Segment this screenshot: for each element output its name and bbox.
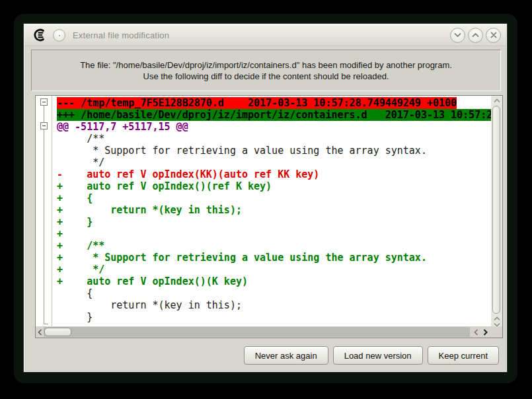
diff-line: */ — [57, 157, 491, 168]
load-new-version-button[interactable]: Load new version — [333, 346, 423, 365]
diff-line: + return *(key in this); — [57, 204, 491, 216]
diff-line: +++ /home/basile/Dev/dproj/iz/import/iz/… — [57, 109, 491, 121]
vertical-scrollbar[interactable] — [491, 96, 502, 326]
minimize-button[interactable] — [450, 28, 465, 43]
close-button[interactable] — [486, 28, 501, 43]
fold-tree-line — [44, 106, 44, 324]
diff-line: { — [57, 287, 491, 299]
diff-line: --- /tmp/temp_7F5E128B2870.d 2017-03-13 … — [57, 97, 491, 109]
diff-line: + auto ref V opIndex()(ref K key) — [57, 180, 491, 192]
message-panel: The file: "/home/basile/Dev/dproj/iz/imp… — [31, 50, 501, 91]
fold-marker-hunk[interactable] — [40, 122, 48, 129]
diff-line: - auto ref V opIndex(KK)(auto ref KK key… — [57, 168, 491, 180]
titlebar[interactable]: External file modification — [24, 24, 506, 46]
horizontal-scrollbar-thumb[interactable] — [44, 328, 71, 336]
scroll-left-button-2[interactable] — [473, 326, 479, 338]
diff-line: /** — [57, 133, 491, 145]
diff-line: + * Support for retrieving a value using… — [57, 252, 491, 264]
scroll-up-button-2[interactable] — [491, 316, 502, 321]
scroll-right-button[interactable] — [482, 326, 488, 338]
diff-lines[interactable]: --- /tmp/temp_7F5E128B2870.d 2017-03-13 … — [53, 96, 491, 326]
button-row: Never ask again Load new version Keep cu… — [244, 346, 499, 365]
never-ask-again-button[interactable]: Never ask again — [244, 346, 328, 365]
diff-line: * Support for retrieving a value using t… — [57, 145, 491, 157]
horizontal-scrollbar[interactable] — [36, 326, 491, 338]
diff-line: } — [57, 311, 491, 323]
keep-current-button[interactable]: Keep current — [428, 346, 499, 365]
maximize-button[interactable] — [468, 28, 483, 43]
diff-editor[interactable]: --- /tmp/temp_7F5E128B2870.d 2017-03-13 … — [35, 95, 503, 338]
dialog-window: External file modification The file: "/h… — [24, 24, 507, 372]
diff-line: + auto ref V opIndex()(K key) — [57, 275, 491, 287]
message-line-1: The file: "/home/basile/Dev/dproj/iz/imp… — [80, 59, 452, 71]
window-controls — [450, 28, 501, 43]
horizontal-scrollbar-track[interactable] — [44, 327, 470, 337]
diff-line: + */ — [57, 264, 491, 275]
scroll-up-button[interactable] — [491, 97, 502, 104]
fold-marker-file[interactable] — [40, 98, 48, 106]
close-icon — [490, 32, 497, 38]
app-icon — [32, 28, 47, 42]
fold-tree-end — [44, 324, 48, 324]
window-menu-button[interactable] — [53, 29, 65, 42]
scrollbar-corner — [491, 326, 502, 338]
diff-line: + } — [57, 216, 491, 228]
diff-line: return *(key in this); — [57, 299, 491, 311]
window-title: External file modification — [73, 30, 169, 40]
chevron-up-icon — [472, 32, 479, 38]
diff-line: + { — [57, 192, 491, 204]
message-line-2: Use the following diff to decide if the … — [143, 71, 389, 82]
diff-line: + /** — [57, 240, 491, 252]
diff-line: @@ -5117,7 +5117,15 @@ — [57, 121, 491, 133]
chevron-down-icon — [454, 32, 461, 38]
vertical-scrollbar-thumb[interactable] — [492, 106, 500, 314]
fold-gutter — [36, 96, 52, 326]
diff-line: + — [57, 228, 491, 240]
scroll-left-button[interactable] — [36, 326, 43, 338]
